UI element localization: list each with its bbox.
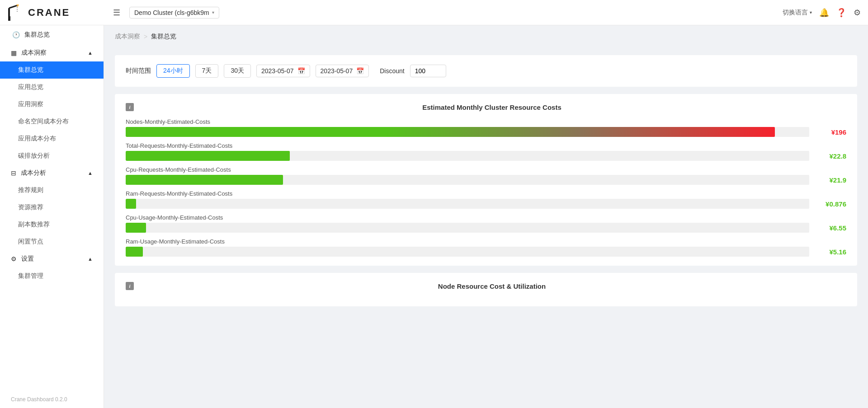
bar-row-ram-usage: Ram-Usage-Monthly-Estimated-Costs ¥5.16 <box>126 238 846 257</box>
sidebar-group-cost-analysis[interactable]: ⊟ 成本分析 ▲ <box>0 164 104 182</box>
bar-row-cpu-usage: Cpu-Usage-Monthly-Estimated-Costs ¥6.55 <box>126 214 846 233</box>
sidebar-item-carbon-analysis[interactable]: 碳排放分析 <box>0 147 104 164</box>
sidebar-item-namespace-cost[interactable]: 命名空间成本分布 <box>0 113 104 130</box>
bar-value-ram-requests: ¥0.876 <box>815 200 846 208</box>
bar-with-value-total-requests: ¥22.8 <box>126 151 846 161</box>
bar-label-cpu-requests: Cpu-Requests-Monthly-Estimated-Costs <box>126 166 846 173</box>
cluster-selector[interactable]: Demo Cluster (cls-g6bk9m ▾ <box>129 7 219 19</box>
time-btn-24h[interactable]: 24小时 <box>156 64 190 78</box>
bar-with-value-ram-requests: ¥0.876 <box>126 199 846 209</box>
menu-toggle-button[interactable]: ☰ <box>111 6 122 19</box>
main-content: 成本洞察 > 集群总览 时间范围 24小时 7天 30天 2023-05-07 … <box>104 25 868 408</box>
sidebar: 🕐 集群总览 ▦ 成本洞察 ▲ 集群总览 应用总览 应用洞察 命名空间成本分布 … <box>0 25 104 408</box>
calendar-end-icon: 📅 <box>356 67 364 75</box>
sidebar-label-settings: 设置 <box>21 255 34 263</box>
bar-fill-total-requests <box>126 151 290 161</box>
bar-fill-ram-usage <box>126 247 143 257</box>
sidebar-label-app-overview: 应用总览 <box>18 83 43 91</box>
chart2-header: i Node Resource Cost & Utilization <box>126 282 846 290</box>
bar-value-nodes: ¥196 <box>815 128 846 136</box>
top-header: CRANE ☰ Demo Cluster (cls-g6bk9m ▾ 切换语言 … <box>0 0 868 25</box>
time-btn-30d[interactable]: 30天 <box>224 64 251 78</box>
bar-value-cpu-requests: ¥21.9 <box>815 176 846 184</box>
sidebar-group-settings[interactable]: ⚙ 设置 ▲ <box>0 250 104 267</box>
cluster-chevron-icon: ▾ <box>212 10 214 15</box>
sidebar-label-resource-recommend: 资源推荐 <box>18 203 43 211</box>
help-icon[interactable]: ❓ <box>836 8 846 18</box>
sidebar-label-cluster-summary: 集群总览 <box>18 66 43 74</box>
logo-area: CRANE <box>7 4 111 22</box>
discount-input[interactable] <box>410 65 446 77</box>
bar-row-ram-requests: Ram-Requests-Monthly-Estimated-Costs ¥0.… <box>126 190 846 209</box>
cluster-label: Demo Cluster (cls-g6bk9m <box>134 9 209 16</box>
bar-with-value-nodes: ¥196 <box>126 127 846 137</box>
date-picker-end[interactable]: 2023-05-07 📅 <box>316 65 369 77</box>
time-btn-7d[interactable]: 7天 <box>195 64 219 78</box>
sidebar-version: Crane Dashboard 0.2.0 <box>0 391 104 408</box>
settings-icon[interactable]: ⚙ <box>854 8 861 18</box>
content-area: 时间范围 24小时 7天 30天 2023-05-07 📅 2023-05-07… <box>104 48 868 408</box>
sidebar-item-cluster-overview[interactable]: 🕐 集群总览 <box>0 25 104 44</box>
sidebar-label-cost-analysis: 成本分析 <box>21 169 46 177</box>
chart1-info-icon: i <box>126 103 134 111</box>
calendar-start-icon: 📅 <box>297 67 305 75</box>
clock-icon: 🕐 <box>12 31 20 38</box>
sidebar-label-app-insight: 应用洞察 <box>18 100 43 108</box>
chart1-title: Estimated Monthly Cluster Resource Costs <box>137 103 846 111</box>
svg-line-2 <box>9 5 17 8</box>
sidebar-item-idle-nodes[interactable]: 闲置节点 <box>0 233 104 250</box>
date-picker-start[interactable]: 2023-05-07 📅 <box>256 65 310 77</box>
grid-icon: ▦ <box>11 49 17 56</box>
bar-fill-cpu-requests <box>126 175 283 185</box>
bar-track-ram-requests <box>126 199 809 209</box>
lang-chevron-icon: ▾ <box>810 10 812 15</box>
cost-analysis-toggle-icon: ▲ <box>88 170 93 176</box>
filter-panel: 时间范围 24小时 7天 30天 2023-05-07 📅 2023-05-07… <box>115 55 857 87</box>
sidebar-label-namespace-cost: 命名空间成本分布 <box>18 117 69 126</box>
sidebar-label-replica-recommend: 副本数推荐 <box>18 220 50 229</box>
bar-with-value-cpu-requests: ¥21.9 <box>126 175 846 185</box>
bar-track-nodes <box>126 127 809 137</box>
bar-label-cpu-usage: Cpu-Usage-Monthly-Estimated-Costs <box>126 214 846 221</box>
bar-value-ram-usage: ¥5.16 <box>815 248 846 256</box>
bar-row-nodes: Nodes-Monthly-Estimated-Costs ¥196 <box>126 118 846 137</box>
bar-fill-nodes <box>126 127 775 137</box>
chart1-card: i Estimated Monthly Cluster Resource Cos… <box>115 94 857 266</box>
sidebar-item-replica-recommend[interactable]: 副本数推荐 <box>0 216 104 233</box>
breadcrumb-current: 集群总览 <box>151 33 176 41</box>
cost-insight-toggle-icon: ▲ <box>88 50 93 56</box>
bar-label-nodes: Nodes-Monthly-Estimated-Costs <box>126 118 846 125</box>
bar-label-total-requests: Total-Requests-Monthly-Estimated-Costs <box>126 142 846 149</box>
notification-icon[interactable]: 🔔 <box>819 8 829 18</box>
sidebar-label-idle-nodes: 闲置节点 <box>18 238 43 246</box>
svg-rect-1 <box>8 8 10 17</box>
sidebar-label-cost-insight: 成本洞察 <box>21 49 47 57</box>
sidebar-item-cluster-manage[interactable]: 集群管理 <box>0 267 104 285</box>
bar-track-ram-usage <box>126 247 809 257</box>
sidebar-item-cluster-summary[interactable]: 集群总览 <box>0 61 104 79</box>
lang-switch-label: 切换语言 <box>783 9 808 17</box>
lang-switch[interactable]: 切换语言 ▾ <box>783 9 812 17</box>
bar-section: Nodes-Monthly-Estimated-Costs ¥196 Total… <box>126 118 846 257</box>
chart2-info-icon: i <box>126 282 134 290</box>
bar-row-total-requests: Total-Requests-Monthly-Estimated-Costs ¥… <box>126 142 846 161</box>
bar-track-cpu-usage <box>126 223 809 233</box>
sidebar-item-app-cost-dist[interactable]: 应用成本分布 <box>0 130 104 147</box>
settings-toggle-icon: ▲ <box>88 256 93 262</box>
layout: 🕐 集群总览 ▦ 成本洞察 ▲ 集群总览 应用总览 应用洞察 命名空间成本分布 … <box>0 25 868 408</box>
discount-label: Discount <box>380 67 404 75</box>
sidebar-label-cluster-manage: 集群管理 <box>18 272 43 280</box>
sidebar-label-app-cost-dist: 应用成本分布 <box>18 135 56 143</box>
logo-text: CRANE <box>28 7 70 19</box>
sidebar-group-cost-insight[interactable]: ▦ 成本洞察 ▲ <box>0 44 104 61</box>
sidebar-item-resource-recommend[interactable]: 资源推荐 <box>0 199 104 216</box>
sidebar-item-recommend-rules[interactable]: 推荐规则 <box>0 182 104 199</box>
date-start-value: 2023-05-07 <box>261 67 294 75</box>
chart1-header: i Estimated Monthly Cluster Resource Cos… <box>126 103 846 111</box>
bar-fill-cpu-usage <box>126 223 146 233</box>
bar-with-value-ram-usage: ¥5.16 <box>126 247 846 257</box>
sidebar-item-app-overview[interactable]: 应用总览 <box>0 79 104 96</box>
bar-value-cpu-usage: ¥6.55 <box>815 224 846 232</box>
sidebar-item-app-insight[interactable]: 应用洞察 <box>0 96 104 113</box>
bar-label-ram-requests: Ram-Requests-Monthly-Estimated-Costs <box>126 190 846 197</box>
